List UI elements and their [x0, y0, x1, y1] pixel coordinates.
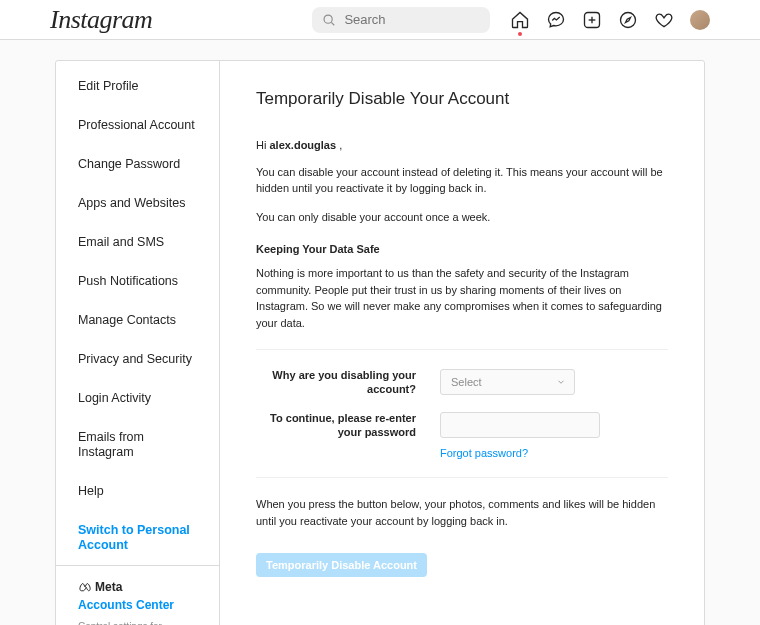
- home-icon[interactable]: [510, 10, 530, 30]
- password-input[interactable]: [440, 412, 600, 438]
- sidebar-item-change-password[interactable]: Change Password: [56, 145, 219, 184]
- sidebar-item-email-sms[interactable]: Email and SMS: [56, 223, 219, 262]
- notification-dot: [518, 32, 522, 36]
- paragraph-data-safe: Nothing is more important to us than the…: [256, 265, 668, 331]
- greeting-suffix: ,: [336, 139, 342, 151]
- why-row: Why are you disabling your account? Sele…: [256, 368, 668, 397]
- divider: [256, 349, 668, 350]
- greeting: Hi alex.douglas ,: [256, 137, 668, 154]
- search-wrap: [312, 7, 490, 33]
- sidebar: Edit Profile Professional Account Change…: [56, 61, 220, 625]
- intro-paragraph-1: You can disable your account instead of …: [256, 164, 668, 197]
- sidebar-meta-section: Meta Accounts Center Control settings fo…: [56, 565, 219, 625]
- sidebar-item-privacy-security[interactable]: Privacy and Security: [56, 340, 219, 379]
- svg-point-0: [324, 15, 332, 23]
- messenger-icon[interactable]: [546, 10, 566, 30]
- divider-2: [256, 477, 668, 478]
- svg-line-1: [332, 22, 335, 25]
- why-select-value: Select: [451, 376, 482, 388]
- activity-icon[interactable]: [654, 10, 674, 30]
- chevron-down-icon: [556, 377, 566, 387]
- sidebar-item-push-notifications[interactable]: Push Notifications: [56, 262, 219, 301]
- sidebar-item-edit-profile[interactable]: Edit Profile: [56, 61, 219, 106]
- new-post-icon[interactable]: [582, 10, 602, 30]
- subheading-data-safe: Keeping Your Data Safe: [256, 243, 668, 255]
- password-label: To continue, please re-enter your passwo…: [256, 411, 416, 440]
- forgot-row: Forgot password?: [256, 447, 668, 459]
- search-icon: [322, 13, 336, 27]
- sidebar-item-emails-instagram[interactable]: Emails from Instagram: [56, 418, 219, 472]
- settings-card: Edit Profile Professional Account Change…: [55, 60, 705, 625]
- meta-logo: Meta: [78, 580, 201, 594]
- sidebar-item-switch-personal[interactable]: Switch to Personal Account: [56, 511, 219, 565]
- forgot-password-link[interactable]: Forgot password?: [440, 447, 528, 459]
- sidebar-item-help[interactable]: Help: [56, 472, 219, 511]
- temporarily-disable-button[interactable]: Temporarily Disable Account: [256, 553, 427, 577]
- content: Temporarily Disable Your Account Hi alex…: [220, 61, 704, 625]
- svg-marker-6: [626, 17, 631, 22]
- why-select[interactable]: Select: [440, 369, 575, 395]
- paragraph-final: When you press the button below, your ph…: [256, 496, 668, 529]
- sidebar-item-login-activity[interactable]: Login Activity: [56, 379, 219, 418]
- meta-description: Control settings for connected experienc…: [78, 620, 201, 625]
- accounts-center-link[interactable]: Accounts Center: [78, 598, 201, 612]
- top-nav: Instagram: [0, 0, 760, 40]
- why-label: Why are you disabling your account?: [256, 368, 416, 397]
- meta-icon: [78, 581, 91, 594]
- greeting-prefix: Hi: [256, 139, 269, 151]
- meta-brand-text: Meta: [95, 580, 122, 594]
- explore-icon[interactable]: [618, 10, 638, 30]
- avatar[interactable]: [690, 10, 710, 30]
- nav-icons: [510, 10, 710, 30]
- password-row: To continue, please re-enter your passwo…: [256, 411, 668, 440]
- greeting-username: alex.douglas: [269, 139, 336, 151]
- intro-paragraph-2: You can only disable your account once a…: [256, 209, 668, 226]
- svg-point-5: [621, 12, 636, 27]
- search-input[interactable]: [312, 7, 490, 33]
- sidebar-item-apps-websites[interactable]: Apps and Websites: [56, 184, 219, 223]
- instagram-logo[interactable]: Instagram: [50, 5, 152, 35]
- sidebar-item-professional-account[interactable]: Professional Account: [56, 106, 219, 145]
- page-title: Temporarily Disable Your Account: [256, 89, 668, 109]
- sidebar-item-manage-contacts[interactable]: Manage Contacts: [56, 301, 219, 340]
